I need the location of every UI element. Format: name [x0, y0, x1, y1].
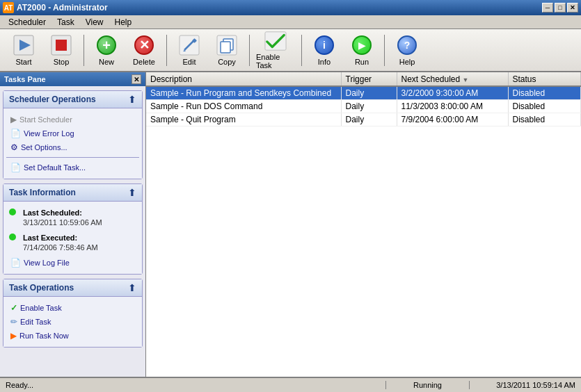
tasks-pane-title: Tasks Pane: [4, 75, 46, 83]
start-scheduler-label: Start Scheduler: [19, 115, 72, 124]
tasks-pane-close-button[interactable]: ✕: [132, 74, 141, 84]
task-information-section: Task Information ⬆ Last Scheduled: 3/13/…: [3, 183, 143, 275]
table-header-row: Description Trigger Next Scheduled ▼ Sta…: [146, 72, 581, 86]
enable-task-label: Enable Task: [256, 53, 295, 70]
col-description[interactable]: Description: [146, 72, 341, 86]
set-default-task-icon: 📄: [10, 163, 21, 172]
last-executed-row: Last Executed: 7/14/2006 7:58:46 AM: [6, 231, 139, 256]
view-error-log-label: View Error Log: [24, 129, 74, 138]
scheduler-operations-section: Scheduler Operations ⬆ ▶ Start Scheduler…: [3, 90, 143, 179]
stop-icon: [50, 34, 72, 56]
window-title: AT2000 - Administrator: [17, 3, 542, 13]
separator-1: [83, 35, 84, 66]
cell-trigger-2: Daily: [341, 113, 397, 126]
separator-5: [384, 35, 385, 66]
col-status[interactable]: Status: [508, 72, 581, 86]
col-trigger[interactable]: Trigger: [341, 72, 397, 86]
view-log-file-icon: 📄: [10, 258, 21, 268]
help-label: Help: [399, 58, 415, 66]
enable-task-button[interactable]: Enable Task: [254, 31, 297, 69]
run-task-now-label: Run Task Now: [19, 332, 69, 340]
copy-icon: [216, 34, 238, 56]
separator-3: [249, 35, 250, 66]
task-information-header[interactable]: Task Information ⬆: [3, 184, 142, 202]
separator-2: [166, 35, 167, 66]
cell-trigger-1: Daily: [341, 100, 397, 113]
cell-nextScheduled-1: 11/3/2003 8:00:00 AM: [397, 100, 508, 113]
status-datetime: 3/13/2011 10:59:14 AM: [470, 381, 581, 389]
enable-task-ops-label: Enable Task: [20, 304, 62, 312]
last-executed-label: Last Executed:: [19, 232, 102, 243]
app-icon: AT: [3, 2, 14, 13]
run-task-now-icon: ▶: [10, 331, 17, 341]
new-button[interactable]: + New: [88, 31, 125, 69]
cell-status-1: Disabled: [508, 100, 581, 113]
delete-button[interactable]: ✕ Delete: [126, 31, 162, 69]
status-ready: Ready...: [0, 381, 386, 389]
last-scheduled-value: 3/13/2011 10:59:06 AM: [19, 218, 106, 229]
set-options-icon: ⚙: [10, 142, 18, 152]
title-bar: AT AT2000 - Administrator ─ □ ✕: [0, 0, 581, 15]
run-icon: ▶: [351, 34, 373, 56]
last-scheduled-label: Last Scheduled:: [19, 207, 106, 218]
col-next-scheduled[interactable]: Next Scheduled ▼: [397, 72, 508, 86]
new-label: New: [99, 58, 114, 66]
tasks-pane-header: Tasks Pane ✕: [0, 72, 145, 86]
menu-help[interactable]: Help: [109, 16, 138, 28]
separator-4: [301, 35, 302, 66]
task-table: Description Trigger Next Scheduled ▼ Sta…: [146, 72, 581, 126]
copy-label: Copy: [218, 58, 236, 66]
menu-scheduler[interactable]: Scheduler: [3, 16, 51, 28]
content-area: Description Trigger Next Scheduled ▼ Sta…: [146, 72, 581, 377]
table-row[interactable]: Sample - Run Program and Sendkeys Combin…: [146, 86, 581, 100]
run-task-now-item[interactable]: ▶ Run Task Now: [6, 329, 139, 343]
toolbar: Start Stop + New ✕ Delete: [0, 29, 581, 72]
table-row[interactable]: Sample - Quit ProgramDaily7/9/2004 6:00:…: [146, 113, 581, 126]
start-button[interactable]: Start: [6, 31, 42, 69]
scheduler-operations-collapse-icon: ⬆: [128, 94, 136, 105]
info-button[interactable]: i Info: [306, 31, 342, 69]
menu-task[interactable]: Task: [51, 16, 80, 28]
edit-icon: [178, 34, 200, 56]
set-options-label: Set Options...: [21, 143, 67, 152]
close-button[interactable]: ✕: [567, 3, 578, 13]
view-error-log-item[interactable]: 📄 View Error Log: [6, 126, 139, 140]
enable-task-ops-item[interactable]: ✓ Enable Task: [6, 301, 139, 315]
run-button[interactable]: ▶ Run: [344, 31, 380, 69]
info-icon: i: [313, 34, 335, 56]
menu-view[interactable]: View: [80, 16, 109, 28]
edit-button[interactable]: Edit: [171, 31, 207, 69]
set-options-item[interactable]: ⚙ Set Options...: [6, 140, 139, 154]
cell-description-2: Sample - Quit Program: [146, 113, 341, 126]
last-executed-value: 7/14/2006 7:58:46 AM: [19, 243, 102, 254]
svg-rect-11: [265, 32, 286, 50]
task-operations-collapse-icon: ⬆: [128, 282, 136, 293]
help-button[interactable]: ? Help: [389, 31, 425, 69]
help-icon: ?: [396, 34, 418, 56]
maximize-button[interactable]: □: [555, 3, 566, 13]
last-scheduled-dot: [9, 209, 16, 215]
stop-button[interactable]: Stop: [43, 31, 79, 69]
start-icon: [13, 34, 35, 56]
status-running: Running: [386, 381, 470, 389]
cell-nextScheduled-2: 7/9/2004 6:00:00 AM: [397, 113, 508, 126]
delete-label: Delete: [133, 58, 155, 66]
svg-rect-3: [56, 40, 67, 51]
scheduler-operations-header[interactable]: Scheduler Operations ⬆: [3, 91, 142, 108]
minimize-button[interactable]: ─: [542, 3, 553, 13]
edit-task-ops-item[interactable]: ✏ Edit Task: [6, 315, 139, 329]
copy-button[interactable]: Copy: [209, 31, 245, 69]
sort-icon: ▼: [463, 76, 469, 83]
enable-task-icon: [264, 31, 287, 51]
start-scheduler-item[interactable]: ▶ Start Scheduler: [6, 113, 139, 126]
task-operations-header[interactable]: Task Operations ⬆: [3, 279, 142, 297]
set-default-task-item[interactable]: 📄 Set Default Task...: [6, 161, 139, 174]
enable-task-ops-icon: ✓: [10, 303, 17, 313]
delete-icon: ✕: [133, 34, 155, 56]
view-log-file-item[interactable]: 📄 View Log File: [6, 256, 139, 270]
last-scheduled-row: Last Scheduled: 3/13/2011 10:59:06 AM: [6, 206, 139, 231]
info-label: Info: [318, 58, 331, 66]
cell-description-1: Sample - Run DOS Command: [146, 100, 341, 113]
table-row[interactable]: Sample - Run DOS CommandDaily11/3/2003 8…: [146, 100, 581, 113]
task-information-collapse-icon: ⬆: [128, 187, 136, 198]
